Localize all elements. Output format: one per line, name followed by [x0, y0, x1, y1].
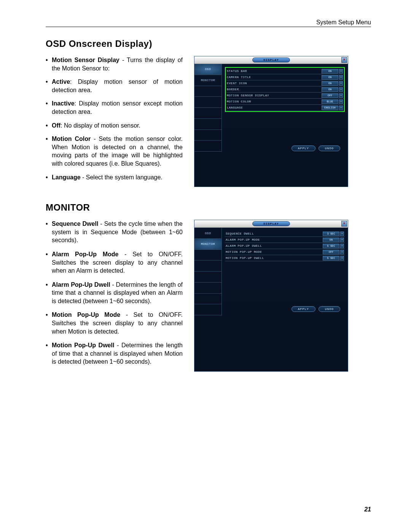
row-camera-title: CAMERA TITLEON÷: [226, 74, 344, 80]
dvr1-titlebar: DISPLAY ×: [194, 56, 348, 64]
tab-osd[interactable]: OSD: [194, 64, 221, 75]
stepper-icon[interactable]: ÷: [339, 105, 343, 110]
bullet-inactive: Inactive: Display motion sensor except m…: [52, 99, 183, 116]
bullet-motion-popup-mode: Motion Pop-Up Mode - Set to ON/OFF. Swit…: [52, 311, 183, 335]
stepper-icon[interactable]: ÷: [340, 232, 344, 236]
undo-button[interactable]: UNDO: [319, 145, 340, 151]
monitor-screenshot-panel: DISPLAY × OSD MONITOR SEQUENCE DWELL3 SE…: [194, 220, 348, 372]
apply-button[interactable]: APPLY: [292, 306, 315, 312]
osd-text-column: Motion Sensor Display - Turns the displa…: [46, 56, 183, 187]
undo-button[interactable]: UNDO: [319, 306, 340, 312]
stepper-icon[interactable]: ÷: [340, 256, 344, 260]
row-sequence-dwell: SEQUENCE DWELL3 SEC÷: [225, 231, 345, 237]
stepper-icon[interactable]: ÷: [339, 93, 343, 98]
stepper-icon[interactable]: ÷: [340, 238, 344, 242]
val-status-bar[interactable]: ON: [322, 69, 338, 73]
header-label: System Setup Menu: [46, 19, 371, 26]
apply-button[interactable]: APPLY: [292, 145, 315, 151]
page-number: 21: [364, 506, 371, 513]
bullet-language: Language - Select the system language.: [52, 173, 183, 182]
bullet-alarm-popup-dwell: Alarm Pop-Up Dwell - Determines the leng…: [52, 281, 183, 305]
bullet-motion-popup-dwell: Motion Pop-Up Dwell - Determines the len…: [52, 341, 183, 366]
bullet-motion-color: Motion Color - Sets the motion sensor co…: [52, 135, 183, 168]
osd-highlight-box: STATUS BARON÷ CAMERA TITLEON÷ EVENT ICON…: [225, 67, 345, 112]
row-alarm-popup-mode: ALARM POP-UP MODEON÷: [225, 237, 345, 243]
dvr1-sidebar: OSD MONITOR: [194, 64, 222, 152]
row-alarm-popup-dwell: ALARM POP-UP DWELL5 SEC÷: [225, 243, 345, 249]
bullet-sequence-dwell: Sequence Dwell - Sets the cycle time whe…: [52, 220, 183, 244]
dvr2-title: DISPLAY: [252, 221, 290, 226]
stepper-icon[interactable]: ÷: [339, 75, 343, 80]
stepper-icon[interactable]: ÷: [339, 69, 343, 73]
tab-monitor[interactable]: MONITOR: [194, 239, 221, 250]
row-status-bar: STATUS BARON÷: [226, 68, 344, 74]
stepper-icon[interactable]: ÷: [339, 99, 343, 104]
monitor-text-column: Sequence Dwell - Sets the cycle time whe…: [46, 220, 183, 372]
stepper-icon[interactable]: ÷: [340, 244, 344, 248]
close-icon[interactable]: ×: [341, 57, 347, 63]
close-icon[interactable]: ×: [341, 221, 347, 227]
bullet-active: Active: Display motion sensor of motion …: [52, 78, 183, 94]
dvr2-titlebar: DISPLAY ×: [194, 220, 348, 228]
row-event-icon: EVENT ICONON÷: [226, 80, 344, 86]
dvr1-title: DISPLAY: [252, 58, 290, 62]
tab-osd[interactable]: OSD: [194, 228, 221, 239]
stepper-icon[interactable]: ÷: [339, 81, 343, 86]
stepper-icon[interactable]: ÷: [340, 250, 344, 254]
row-motion-sensor-display: MOTION SENSOR DISPLAYOFF÷: [226, 93, 344, 99]
bullet-alarm-popup-mode: Alarm Pop-Up Mode - Set to ON/OFF. Switc…: [52, 250, 183, 275]
bullet-off: Off: No display of motion sensor.: [52, 121, 183, 130]
row-border: BORDERON÷: [226, 86, 344, 93]
tab-monitor[interactable]: MONITOR: [194, 75, 221, 86]
section-title-osd: OSD Onscreen Display): [46, 38, 371, 49]
bullet-motion-sensor-display: Motion Sensor Display - Turns the displa…: [52, 56, 183, 181]
row-motion-color: MOTION COLORBLUE÷: [226, 99, 344, 105]
header-rule: [46, 27, 371, 27]
dvr2-sidebar: OSD MONITOR: [194, 228, 222, 315]
osd-screenshot-panel: DISPLAY × OSD MONITOR STATUS BARON÷ CAME…: [194, 56, 348, 187]
row-motion-popup-mode: MOTION POP-UP MODEOFF÷: [225, 249, 345, 255]
row-language: LANGUAGEENGLISH÷: [226, 105, 344, 111]
section-title-monitor: MONITOR: [46, 202, 371, 213]
row-motion-popup-dwell: MOTION POP-UP DWELL5 SEC÷: [225, 255, 345, 261]
stepper-icon[interactable]: ÷: [339, 87, 343, 92]
